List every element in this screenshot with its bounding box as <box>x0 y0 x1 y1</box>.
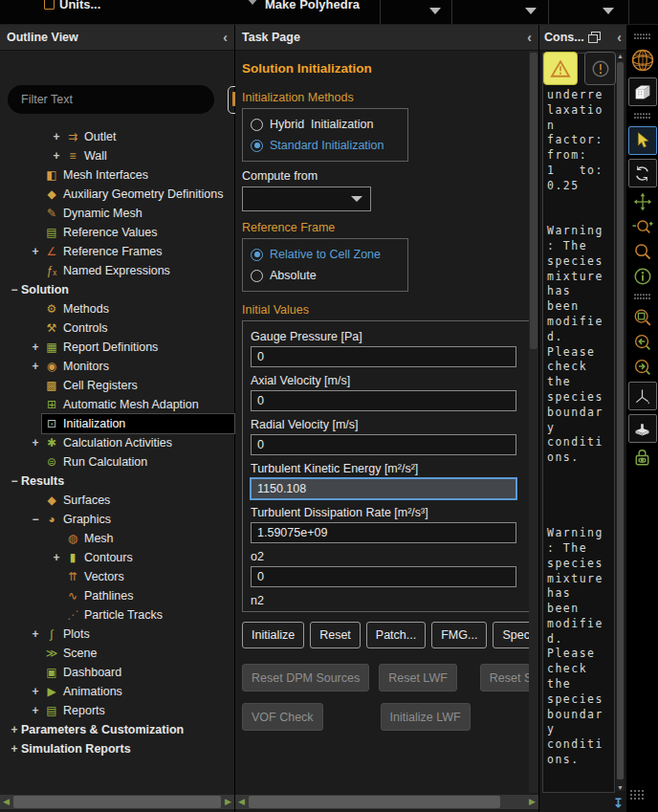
tree-item-mesh-interfaces[interactable]: ◧Mesh Interfaces <box>0 165 234 185</box>
tree-item-initialization[interactable]: ⊡Initialization <box>0 414 234 433</box>
grip-handle[interactable] <box>628 789 647 806</box>
collapse-panel-icon[interactable]: ‹ <box>617 30 622 45</box>
tree-item-vectors[interactable]: ⇈Vectors <box>0 567 234 586</box>
tree-item-outlet[interactable]: +⇉Outlet <box>0 127 234 146</box>
tree-item-scene[interactable]: ≫Scene <box>0 644 234 663</box>
tree-item-body[interactable]: ⇈Vectors <box>63 567 234 586</box>
expand-icon[interactable]: + <box>50 149 63 163</box>
tree-item-body[interactable]: ◉Monitors <box>42 357 234 376</box>
tree-item-run-calculation[interactable]: ⊜Run Calculation <box>0 452 234 472</box>
tree-item-cell-registers[interactable]: ▩Cell Registers <box>0 376 234 395</box>
tree-item-body[interactable]: ▩Cell Registers <box>42 376 234 395</box>
tree-item-body[interactable]: ▶Animations <box>42 682 234 701</box>
scroll-left-icon[interactable]: ◀ <box>3 796 10 808</box>
tree-item-body[interactable]: ∫Plots <box>42 625 234 644</box>
initialize-button[interactable]: Initialize <box>242 622 304 648</box>
tree-item-particle-tracks[interactable]: ⋰Particle Tracks <box>0 605 234 625</box>
expand-icon[interactable]: + <box>29 685 42 698</box>
tree-item-contours[interactable]: +▮Contours <box>0 548 234 567</box>
expand-icon[interactable]: + <box>29 627 42 641</box>
tree-item-parameters-customization[interactable]: +Parameters & Customization <box>0 720 234 739</box>
collapse-panel-icon[interactable]: ‹ <box>223 30 228 45</box>
tree-item-body[interactable]: ƒₓNamed Expressions <box>42 261 234 280</box>
scrollbar-thumb[interactable] <box>13 796 221 808</box>
tree-item-dynamic-mesh[interactable]: ✎Dynamic Mesh <box>0 204 234 223</box>
radio-relative-to-cell-zone[interactable]: Relative to Cell Zone <box>251 244 407 265</box>
radio-selected-icon[interactable] <box>251 140 263 152</box>
expand-icon[interactable]: + <box>29 360 42 373</box>
tree-item-automatic-mesh-adaption[interactable]: ⊞Automatic Mesh Adaption <box>0 395 234 414</box>
tree-item-body[interactable]: ∠Reference Frames <box>42 242 234 261</box>
errors-toggle-button[interactable] <box>584 52 616 85</box>
tree-item-body[interactable]: ▦Report Definitions <box>42 338 234 357</box>
tree-item-reports[interactable]: +▤Reports <box>0 701 234 720</box>
tree-item-wall[interactable]: +≡Wall <box>0 146 234 165</box>
tree-item-report-definitions[interactable]: +▦Report Definitions <box>0 338 234 357</box>
collapse-icon[interactable]: − <box>8 283 21 296</box>
tree-item-body[interactable]: ⋰Particle Tracks <box>63 605 234 625</box>
tree-item-body[interactable]: ◧Mesh Interfaces <box>42 165 234 185</box>
tree-item-body[interactable]: Simulation Reports <box>21 739 234 758</box>
tree-item-auxiliary-geometry-definitions[interactable]: ◆Auxiliary Geometry Definitions <box>0 185 234 204</box>
tree-item-body[interactable]: ⚒Controls <box>42 318 234 338</box>
ribbon-dropdown-1[interactable] <box>429 8 441 14</box>
field-input-o2[interactable]: 0 <box>251 566 516 587</box>
zoom-in-out-icon[interactable] <box>631 216 654 237</box>
tree-item-named-expressions[interactable]: ƒₓNamed Expressions <box>0 261 234 280</box>
radio-absolute[interactable]: Absolute <box>251 265 407 286</box>
tree-item-plots[interactable]: +∫Plots <box>0 625 234 644</box>
reset-button[interactable]: Reset <box>310 622 361 648</box>
probe-info-icon[interactable] <box>632 266 653 287</box>
select-pointer-icon[interactable] <box>628 126 657 155</box>
warnings-toggle-button[interactable] <box>543 52 578 85</box>
units-menu-item[interactable]: Units... <box>59 0 100 11</box>
tree-item-graphics[interactable]: −◕Graphics <box>0 510 234 529</box>
tree-item-body[interactable]: ≫Scene <box>42 644 234 663</box>
task-horizontal-scrollbar[interactable]: ◀ ▶ <box>235 795 538 809</box>
tree-item-body[interactable]: ⊞Automatic Mesh Adaption <box>42 395 234 414</box>
radio-icon[interactable] <box>251 270 263 282</box>
pan-view-icon[interactable] <box>632 191 653 212</box>
tree-item-body[interactable]: ⊜Run Calculation <box>42 452 234 472</box>
radio-hybrid-initialization[interactable]: Hybrid Initialization <box>251 114 407 135</box>
tree-item-body[interactable]: ⚙Methods <box>42 299 234 318</box>
tree-item-calculation-activities[interactable]: +✱Calculation Activities <box>0 433 234 452</box>
restore-window-icon[interactable] <box>588 32 601 43</box>
outline-horizontal-scrollbar[interactable]: ◀ ▶ <box>0 795 234 809</box>
patch-button[interactable]: Patch... <box>366 622 426 648</box>
collapse-icon[interactable]: − <box>29 513 42 526</box>
scroll-right-icon[interactable]: ▶ <box>225 796 231 808</box>
tree-item-monitors[interactable]: +◉Monitors <box>0 357 234 376</box>
previous-view-icon[interactable] <box>632 332 653 353</box>
tree-item-results[interactable]: −Results <box>0 472 234 491</box>
field-input-axial-velocity-m-s[interactable]: 0 <box>251 390 516 411</box>
tree-item-body[interactable]: ▣Dashboard <box>42 663 234 682</box>
tree-item-body[interactable]: ◕Graphics <box>42 510 234 529</box>
tree-item-body[interactable]: ⇉Outlet <box>63 127 234 146</box>
collapse-icon[interactable]: − <box>8 474 21 488</box>
tree-item-dashboard[interactable]: ▣Dashboard <box>0 663 234 682</box>
make-polyhedra-menu-item[interactable]: Make Polyhedra <box>265 0 360 11</box>
expand-icon[interactable]: + <box>8 742 21 756</box>
tree-item-reference-frames[interactable]: +∠Reference Frames <box>0 242 234 261</box>
radio-selected-icon[interactable] <box>251 249 263 261</box>
tree-item-body[interactable]: ▤Reference Values <box>42 223 234 242</box>
tree-item-controls[interactable]: ⚒Controls <box>0 318 234 338</box>
tree-item-body[interactable]: ⊡Initialization <box>42 414 234 433</box>
expand-icon[interactable]: + <box>29 436 42 450</box>
ribbon-dropdown-3[interactable] <box>603 8 614 14</box>
species-button[interactable]: Species <box>493 622 529 648</box>
tree-item-reference-values[interactable]: ▤Reference Values <box>0 223 234 242</box>
scrollbar-thumb[interactable] <box>530 53 537 349</box>
tree-item-body[interactable]: ✎Dynamic Mesh <box>42 204 234 223</box>
tree-item-animations[interactable]: +▶Animations <box>0 682 234 701</box>
expand-icon[interactable]: + <box>29 704 42 717</box>
console-output[interactable]: underre laxatio n factor: from: 1 to: 0.… <box>542 53 615 793</box>
field-input-gauge-pressure-pa[interactable]: 0 <box>251 346 516 367</box>
tree-item-body[interactable]: ◍Mesh <box>63 529 234 548</box>
tree-item-body[interactable]: ▤Reports <box>42 701 234 720</box>
rotate-view-icon[interactable] <box>628 159 657 187</box>
tree-item-body[interactable]: Results <box>21 472 234 491</box>
tree-item-mesh[interactable]: ◍Mesh <box>0 529 234 548</box>
mesh-display-icon[interactable] <box>629 47 656 74</box>
